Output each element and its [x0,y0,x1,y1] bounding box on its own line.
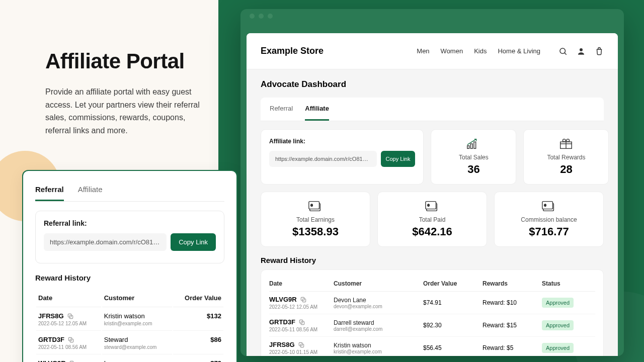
copy-icon[interactable] [67,313,74,320]
referral-link-label: Referral link: [44,219,216,227]
svg-text:$: $ [311,204,313,207]
order-value: $79 [173,355,223,362]
svg-line-7 [565,53,567,55]
search-icon[interactable] [558,47,568,56]
table-row: WLVG9R2022-05-12 12.05 AMDevon Lanedevon… [269,292,595,314]
nav-kids[interactable]: Kids [474,47,487,55]
col-order-value: Order Value [423,280,478,287]
timestamp: 2022-05-12 12.05 AM [38,321,99,326]
tab-referral[interactable]: Referral [35,185,64,201]
copy-icon[interactable] [300,296,307,303]
order-value: $92.30 [423,322,478,329]
total-rewards-card: Total Rewards 28 [523,129,609,185]
user-icon[interactable] [577,47,586,56]
order-value: $74.91 [423,299,478,306]
order-value: $86 [173,332,223,354]
affiliate-link-card: Affiliate link: https://example.domain.c… [261,129,424,185]
col-date: Date [269,280,330,287]
window-titlebar [240,9,624,23]
commission-balance-label: Commission balance [521,216,577,223]
svg-point-15 [563,139,566,142]
svg-point-8 [580,48,583,51]
timestamp: 2022-05-10 01.15 AM [269,349,330,355]
svg-point-6 [560,48,566,54]
dashboard-title: Advocate Dashboard [261,79,604,89]
order-code: WLVG9R [38,359,66,362]
dash-reward-history-title: Reward History [261,256,604,264]
customer-name: Steward [104,336,170,343]
col-customer: Customer [334,280,419,287]
affiliate-link-input[interactable]: https://example.domain.com/r/cO81169M8c [269,151,377,167]
reward-value: Reward: $15 [482,322,538,329]
table-row: JFRS8G2022-05-10 01.15 AMKristin watsonk… [269,337,595,356]
total-rewards-label: Total Rewards [547,154,585,161]
order-code: JFRS8G [269,341,295,348]
copy-icon[interactable] [69,360,76,363]
total-sales-card: Total Sales 36 [431,129,516,185]
dash-tab-affiliate[interactable]: Affiliate [305,98,329,121]
commission-balance-card: $ Commission balance $716.77 [494,192,604,247]
customer-email: darrell@example.com [334,326,419,332]
col-status: Status [542,280,582,287]
copy-icon[interactable] [298,341,305,348]
timestamp: 2022-05-12 12.05 AM [269,304,330,310]
referral-card: Referral Affiliate Referral link: https:… [22,170,237,362]
store-name: Example Store [261,46,324,56]
customer-email: devon@example.com [334,304,419,309]
affiliate-link-label: Affiliate link: [269,138,415,145]
gift-icon [558,138,574,150]
page-title: Affiliate Portal [45,49,218,73]
reward-value: Reward: $10 [482,299,538,306]
table-row: GRTD3F2022-05-11 08.56 AMDarrell steward… [269,314,595,337]
total-paid-value: $642.16 [412,225,452,238]
referral-link-input[interactable]: https://example.domain.com/r/cO81169M8 [44,233,167,251]
nav-home-living[interactable]: Home & Living [498,47,540,55]
col-order-value: Order Value [173,289,223,307]
tab-affiliate[interactable]: Affiliate [78,185,103,201]
customer-name: Darrell steward [334,319,419,326]
svg-text:$: $ [428,204,430,207]
browser-window: Example Store Men Women Kids Home & Livi… [240,9,624,356]
total-paid-card: $ Total Paid $642.16 [377,192,487,247]
total-earnings-card: $ Total Earnings $1358.93 [261,192,370,247]
dash-reward-history-table: Date Customer Order Value Rewards Status… [261,269,604,356]
copy-affiliate-link-button[interactable]: Copy Link [381,151,416,167]
col-date: Date [36,289,101,307]
table-row: JFRS8G2022-05-12 12.05 AMKristin watsonk… [36,308,223,331]
copy-link-button[interactable]: Copy Link [171,233,216,251]
wallet-icon: $ [425,200,440,212]
reward-history-table: Date Customer Order Value JFRS8G2022-05-… [35,288,224,362]
order-value: $56.45 [423,344,478,351]
copy-icon[interactable] [67,336,74,343]
cart-icon[interactable] [595,47,604,56]
page-description: Provide an affiliate portal with easy gu… [45,85,201,137]
dash-tab-referral[interactable]: Referral [270,98,293,121]
svg-rect-11 [474,142,476,148]
customer-name: Kristin watson [104,312,170,320]
customer-email: kristin@example.com [104,321,170,326]
total-sales-label: Total Sales [459,154,489,161]
store-header: Example Store Men Women Kids Home & Livi… [247,33,618,69]
total-paid-label: Total Paid [419,216,446,223]
status-badge: Approved [542,343,574,353]
status-badge: Approved [542,298,574,308]
total-earnings-value: $1358.93 [292,225,339,238]
customer-name: Devon Lane [334,297,419,304]
col-rewards: Rewards [482,280,538,287]
order-code: JFRS8G [38,312,64,320]
commission-balance-value: $716.77 [529,225,569,238]
copy-icon[interactable] [298,319,305,326]
table-row: WLVG9R2022-05-10 01.15 AMLanelane@exampl… [36,355,223,362]
col-customer: Customer [102,289,172,307]
customer-email: kristin@example.com [334,349,419,354]
timestamp: 2022-05-11 08.56 AM [269,327,330,332]
chart-icon [466,138,481,150]
total-sales-value: 36 [467,163,479,176]
customer-email: steward@example.com [104,344,170,350]
nav-women[interactable]: Women [441,47,463,55]
customer-name: Lane [104,359,170,362]
order-code: WLVG9R [269,296,297,303]
status-badge: Approved [542,320,574,330]
wallet-icon: $ [541,200,556,212]
nav-men[interactable]: Men [417,47,429,55]
